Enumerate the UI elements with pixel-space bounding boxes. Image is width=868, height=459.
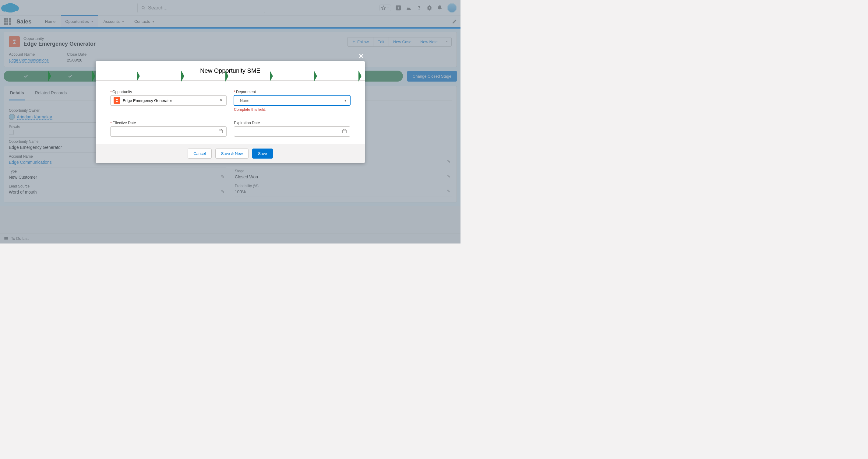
remove-pill-button[interactable] [219, 97, 223, 104]
opportunity-lookup[interactable]: Edge Emergency Generator [110, 95, 226, 106]
calendar-icon [218, 129, 223, 135]
department-select[interactable]: --None-- ▼ [234, 95, 350, 106]
opportunity-pill-text: Edge Emergency Generator [123, 98, 172, 103]
save-button[interactable]: Save [252, 149, 273, 159]
effective-date-field: Effective Date [110, 121, 226, 137]
close-icon [219, 98, 223, 102]
opportunity-field: Opportunity Edge Emergency Generator [110, 90, 226, 112]
expiration-date-input[interactable] [234, 126, 350, 137]
expiration-date-field: Expiration Date [234, 121, 350, 137]
modal-footer: Cancel Save & New Save [96, 144, 365, 163]
modal-close-button[interactable] [358, 52, 365, 62]
department-error: Complete this field. [234, 107, 350, 112]
new-opportunity-sme-modal: New Opportunity SME Opportunity Edge Eme… [96, 61, 365, 163]
chevron-down-icon: ▼ [344, 99, 347, 102]
department-label: Department [234, 90, 350, 94]
save-and-new-button[interactable]: Save & New [215, 149, 249, 159]
close-icon [358, 52, 365, 60]
cancel-button[interactable]: Cancel [188, 149, 211, 159]
effective-date-input[interactable] [110, 126, 226, 137]
department-field: Department --None-- ▼ Complete this fiel… [234, 90, 350, 112]
department-value: --None-- [237, 98, 252, 103]
modal-title: New Opportunity SME [96, 61, 365, 81]
expiration-date-label: Expiration Date [234, 121, 350, 125]
svg-rect-12 [343, 130, 346, 133]
effective-date-label: Effective Date [110, 121, 226, 125]
svg-rect-8 [219, 130, 223, 133]
calendar-icon [342, 129, 347, 135]
opportunity-icon [114, 97, 120, 104]
opportunity-label: Opportunity [110, 90, 226, 94]
